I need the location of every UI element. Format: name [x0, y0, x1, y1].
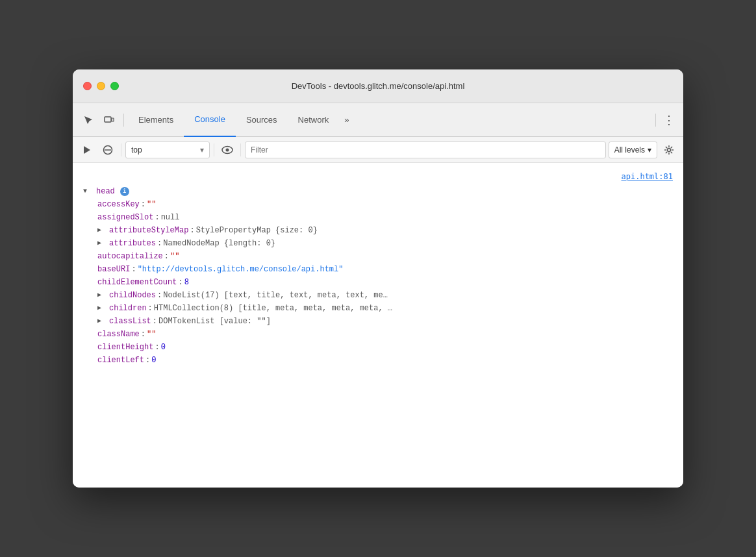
- expand-arrow[interactable]: ▶: [97, 316, 107, 327]
- prop-key: className: [97, 328, 140, 340]
- execute-script-button[interactable]: [78, 141, 96, 159]
- toolbar-sep-2: [214, 143, 214, 156]
- list-item: assignedSlot : null: [73, 211, 683, 224]
- execute-icon: [82, 145, 92, 155]
- prop-key: baseURI: [97, 264, 130, 275]
- list-item: className : "": [73, 328, 683, 341]
- tab-console[interactable]: Console: [184, 103, 236, 137]
- prop-value: "": [147, 199, 156, 210]
- cursor-icon-button[interactable]: [78, 110, 99, 130]
- list-item: ▶ attributes : NamedNodeMap {length: 0}: [73, 237, 683, 250]
- prop-value: NodeList(17) [text, title, text, meta, t…: [163, 290, 388, 301]
- tab-elements[interactable]: Elements: [128, 103, 184, 137]
- settings-button[interactable]: [660, 141, 678, 159]
- prop-value: 0: [161, 341, 166, 353]
- prop-value: HTMLCollection(8) [title, meta, meta, me…: [154, 303, 392, 314]
- clear-console-button[interactable]: [99, 141, 117, 159]
- console-toolbar: top ▾ All levels ▾: [73, 137, 683, 163]
- prop-value: null: [161, 212, 180, 223]
- devtools-menu-button[interactable]: ⋮: [660, 111, 678, 129]
- prop-value: 8: [184, 277, 189, 288]
- list-item: accessKey : "": [73, 198, 683, 211]
- levels-arrow-icon: ▾: [648, 145, 651, 155]
- head-row: ▼ head i: [73, 185, 683, 198]
- close-button[interactable]: [83, 82, 92, 90]
- prop-value: "": [170, 251, 179, 262]
- prop-value: 0: [151, 354, 156, 366]
- devtools-window: DevTools - devtools.glitch.me/console/ap…: [73, 69, 683, 488]
- prop-key: classList: [109, 316, 151, 327]
- context-select-arrow-icon: ▾: [200, 145, 204, 155]
- prop-value: StylePropertyMap {size: 0}: [196, 225, 318, 236]
- svg-marker-2: [84, 146, 90, 154]
- log-level-select[interactable]: All levels ▾: [609, 142, 657, 158]
- context-select[interactable]: top ▾: [125, 142, 210, 158]
- live-expressions-button[interactable]: [218, 141, 236, 159]
- prop-key: autocapitalize: [97, 251, 163, 262]
- svg-point-7: [668, 148, 671, 151]
- prop-value: NamedNodeMap {length: 0}: [163, 238, 275, 249]
- device-icon: [104, 115, 114, 125]
- titlebar: DevTools - devtools.glitch.me/console/ap…: [73, 69, 683, 103]
- list-item: clientLeft : 0: [73, 354, 683, 367]
- toolbar-sep-1: [121, 143, 121, 156]
- prop-value: "": [147, 328, 156, 340]
- console-output: api.html:81 ▼ head i accessKey : "" assi…: [73, 163, 683, 488]
- filter-input[interactable]: [245, 142, 606, 158]
- window-title: DevTools - devtools.glitch.me/console/ap…: [292, 81, 465, 91]
- list-item: ▶ children : HTMLCollection(8) [title, m…: [73, 302, 683, 315]
- list-item: ▶ childNodes : NodeList(17) [text, title…: [73, 289, 683, 302]
- gear-icon: [664, 145, 674, 155]
- prop-key: accessKey: [97, 199, 140, 210]
- prop-key: children: [109, 303, 147, 314]
- minimize-button[interactable]: [97, 82, 105, 90]
- tab-separator-2: [655, 114, 656, 127]
- head-key: head: [96, 186, 115, 197]
- list-item: clientHeight : 0: [73, 341, 683, 354]
- tab-sources[interactable]: Sources: [236, 103, 288, 137]
- tab-network[interactable]: Network: [288, 103, 340, 137]
- device-toolbar-button[interactable]: [99, 110, 120, 130]
- list-item: ▶ classList : DOMTokenList [value: ""]: [73, 315, 683, 328]
- prop-key: attributeStyleMap: [109, 225, 188, 236]
- file-reference[interactable]: api.html:81: [73, 168, 683, 185]
- expand-arrow[interactable]: ▶: [97, 290, 107, 301]
- svg-rect-0: [105, 117, 111, 122]
- eye-icon: [221, 145, 233, 155]
- list-item: childElementCount : 8: [73, 276, 683, 289]
- list-item: autocapitalize : "": [73, 250, 683, 263]
- no-entry-icon: [103, 145, 113, 155]
- prop-value: "http://devtools.glitch.me/console/api.h…: [138, 264, 344, 275]
- prop-value: DOMTokenList [value: ""]: [158, 316, 271, 327]
- list-item: baseURI : "http://devtools.glitch.me/con…: [73, 263, 683, 276]
- cursor-icon: [83, 115, 94, 125]
- prop-key: clientHeight: [97, 341, 153, 353]
- svg-rect-1: [112, 118, 114, 121]
- traffic-lights: [83, 82, 119, 90]
- prop-key: childElementCount: [97, 277, 177, 288]
- devtools-tab-bar: Elements Console Sources Network » ⋮: [73, 103, 683, 137]
- expand-arrow[interactable]: ▶: [97, 225, 107, 236]
- tabs-right-area: ⋮: [651, 111, 678, 129]
- toolbar-sep-3: [240, 143, 241, 156]
- tab-separator-1: [123, 114, 124, 127]
- maximize-button[interactable]: [110, 82, 119, 90]
- prop-key: childNodes: [109, 290, 156, 301]
- prop-key: clientLeft: [97, 354, 144, 366]
- head-toggle-arrow[interactable]: ▼: [83, 186, 92, 197]
- prop-key: attributes: [109, 238, 156, 249]
- expand-arrow[interactable]: ▶: [97, 238, 107, 249]
- prop-key: assignedSlot: [97, 212, 153, 223]
- list-item: ▶ attributeStyleMap : StylePropertyMap {…: [73, 224, 683, 237]
- expand-arrow[interactable]: ▶: [97, 303, 107, 314]
- info-icon[interactable]: i: [120, 187, 129, 196]
- more-tabs-button[interactable]: »: [339, 103, 354, 137]
- svg-point-6: [226, 148, 229, 151]
